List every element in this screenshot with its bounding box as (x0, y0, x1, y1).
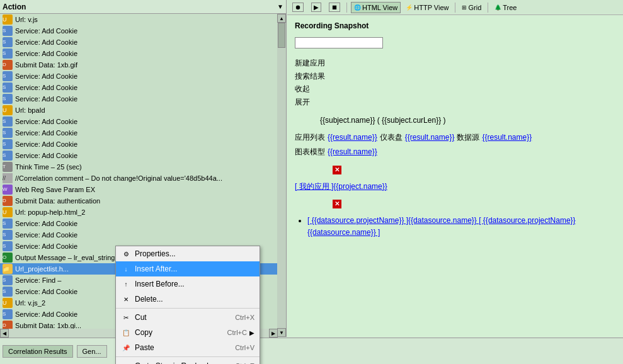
action-item-icon: U (3, 14, 13, 25)
correlation-results-tab[interactable]: Correlation Results (3, 345, 73, 358)
action-item-text: Url_projectlist.h... (15, 264, 69, 274)
context-menu-item[interactable]: ✂CutCtrl+X (116, 310, 260, 325)
context-menu-item-label: Paste (135, 343, 154, 352)
gen-tab[interactable]: Gen... (77, 345, 107, 358)
context-menu-item[interactable]: ✕Delete... (116, 292, 260, 307)
action-list-item[interactable]: SService: Add Cookie (0, 150, 286, 161)
app-row: 应用列表 {{result.name}} 仪表盘 {{result.name}}… (295, 132, 615, 144)
close-icon-1-container: ✕ (295, 164, 615, 176)
play-icon: ▶ (311, 3, 321, 12)
context-menu-item-label: Properties... (135, 249, 176, 258)
action-list-item[interactable]: UUrl: popup-help.html_2 (0, 207, 286, 218)
toolbar-btn-2[interactable]: ▶ (309, 1, 324, 13)
action-item-icon: 📁 (3, 264, 13, 274)
action-item-text: Service: Add Cookie (15, 139, 77, 149)
action-list-item[interactable]: SService: Add Cookie (0, 229, 286, 241)
action-list-item[interactable]: SService: Add Cookie (0, 82, 286, 93)
datasource-project-link-2[interactable]: {{datasource.name}} ] (307, 228, 380, 237)
search-input[interactable] (295, 37, 383, 48)
action-item-text: Url: bpaId (15, 105, 45, 115)
action-item-icon: W (3, 185, 13, 195)
http-view-label: HTTP View (414, 4, 449, 11)
context-menu-item[interactable]: ⚙Properties... (116, 246, 260, 261)
result-name-link-1[interactable]: {{result.name}} (328, 132, 377, 144)
context-menu-item-icon: ↑ (121, 279, 131, 289)
action-item-text: Service: Add Cookie (15, 94, 77, 104)
scroll-up-btn[interactable]: ▲ (277, 14, 286, 23)
hscroll-right-btn[interactable]: ▶ (269, 329, 278, 338)
scroll-down-btn[interactable]: ▼ (277, 328, 286, 337)
action-list-item[interactable]: UUrl: v.js (0, 14, 286, 25)
chinese-menu-item[interactable]: 收起 (295, 82, 615, 95)
close-icon-1[interactable]: ✕ (333, 166, 341, 174)
template-subject-line: {{subject.name}} ( {{subject.curLen}} ) (295, 115, 615, 127)
datasource-project-link-1[interactable]: [ {{datasource.projectName}} ]{{datasour… (307, 216, 576, 225)
action-item-text: //Correlation comment – Do not change!Or… (15, 173, 222, 183)
action-item-icon: S (3, 48, 13, 59)
action-list-item[interactable]: SService: Add Cookie (0, 127, 286, 139)
context-menu-item-icon: ↓ (121, 264, 131, 274)
toolbar-btn-3[interactable]: ⏹ (326, 1, 343, 13)
action-list-item[interactable]: SService: Add Cookie (0, 218, 286, 229)
action-item-text: Think Time – 25 (sec) (15, 162, 82, 172)
context-menu-item-label: Copy (135, 328, 152, 337)
action-list-scrollbar[interactable]: ▲ ▼ (277, 14, 286, 337)
action-list-item[interactable]: SService: Add Cookie (0, 48, 286, 59)
action-item-icon: S (3, 37, 13, 47)
result-name-link-2[interactable]: {{result.name}} (405, 132, 455, 144)
action-item-icon: T (3, 162, 13, 172)
grid-view-tab[interactable]: ⊞ Grid (459, 3, 484, 13)
action-list-item[interactable]: DSubmit Data: 1xb.gif (0, 59, 286, 71)
action-list-item[interactable]: SService: Add Cookie (0, 71, 286, 82)
scroll-thumb[interactable] (278, 23, 285, 48)
context-menu-item-arrow: ▶ (249, 329, 254, 336)
bottom-bar: Correlation Results Gen... (0, 338, 623, 364)
action-item-icon: O (3, 253, 13, 263)
context-menu-item[interactable]: ↓Insert After... (116, 261, 260, 276)
action-item-icon: // (3, 173, 13, 183)
context-menu-item[interactable]: 📌PasteCtrl+V (116, 340, 260, 355)
action-list-item[interactable]: WWeb Reg Save Param EX (0, 184, 286, 195)
action-list-item[interactable]: SService: Add Cookie (0, 25, 286, 37)
http-view-tab[interactable]: ⚡ HTTP View (403, 3, 451, 13)
action-item-icon: U (3, 105, 13, 115)
chinese-menu-item[interactable]: 展开 (295, 96, 615, 108)
scroll-track[interactable] (277, 23, 286, 328)
action-list-item[interactable]: TThink Time – 25 (sec) (0, 161, 286, 173)
action-item-text: Submit Data: 1xb.gif (15, 60, 77, 70)
action-list-item[interactable]: SService: Add Cookie (0, 93, 286, 105)
html-view-label: HTML View (362, 4, 397, 11)
tree-view-label: Tree (503, 4, 517, 11)
context-menu-item[interactable]: 📋CopyCtrl+C▶ (116, 325, 260, 340)
action-list-item[interactable]: ////Correlation comment – Do not change!… (0, 173, 286, 184)
context-menu-item[interactable]: →Go to Step in Replay LogCtrl+E (116, 358, 260, 364)
action-item-icon: U (3, 298, 13, 308)
action-item-icon: S (3, 275, 13, 285)
action-item-text: Service: Add Cookie (15, 287, 77, 297)
chart-result-link[interactable]: {{result.name}} (328, 146, 377, 158)
context-menu-item-label: Delete... (135, 295, 163, 304)
action-list-item[interactable]: SService: Add Cookie (0, 116, 286, 127)
tree-view-tab[interactable]: 🌲 Tree (492, 3, 519, 13)
close-icon-2[interactable]: ✕ (333, 200, 341, 208)
bullet-section: [ {{datasource.projectName}} ]{{datasour… (295, 215, 615, 239)
left-panel-header: Action ▼ (0, 0, 286, 14)
right-panel: ⏺ ▶ ⏹ 🌐 HTML View ⚡ HTTP View ⊞ Grid 🌲 T… (287, 0, 623, 337)
context-menu-item[interactable]: ↑Insert Before... (116, 276, 260, 292)
chinese-menu-item[interactable]: 搜索结果 (295, 70, 615, 82)
result-name-link-3[interactable]: {{result.name}} (482, 132, 532, 144)
html-view-tab[interactable]: 🌐 HTML View (351, 2, 401, 13)
panel-collapse-btn[interactable]: ▼ (277, 3, 283, 10)
action-list-item[interactable]: SService: Add Cookie (0, 37, 286, 48)
action-list-item[interactable]: UUrl: bpaId (0, 105, 286, 116)
action-item-text: Service: Add Cookie (15, 151, 77, 161)
action-item-text: Service: Add Cookie (15, 219, 77, 229)
chinese-menu-item[interactable]: 新建应用 (295, 57, 615, 69)
hscroll-left-btn[interactable]: ◀ (0, 329, 9, 338)
toolbar-btn-1[interactable]: ⏺ (290, 1, 306, 13)
action-list-item[interactable]: DSubmit Data: authentication (0, 195, 286, 207)
record-icon: ⏺ (292, 3, 304, 12)
my-app-link[interactable]: [ 我的应用 ]{{project.name}} (295, 181, 615, 193)
action-item-icon: S (3, 230, 13, 240)
action-list-item[interactable]: SService: Add Cookie (0, 139, 286, 150)
